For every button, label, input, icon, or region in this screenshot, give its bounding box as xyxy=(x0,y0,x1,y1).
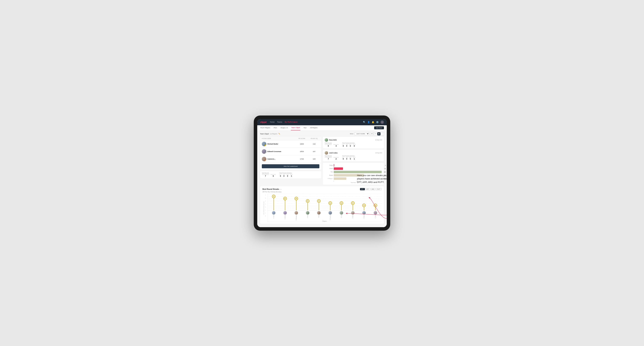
player-name-rotated: J. Coles xyxy=(307,215,308,218)
av-item: D. Billingham xyxy=(291,211,302,220)
subnav-team-clippd[interactable]: Team Clippd xyxy=(291,125,300,130)
subnav-all-players[interactable]: All Players xyxy=(310,125,318,130)
avatar[interactable]: U xyxy=(380,120,384,124)
filter-arg-button[interactable]: ARG xyxy=(370,188,376,190)
bar-track: 96 xyxy=(334,168,382,170)
bar-value: 3 xyxy=(385,165,386,166)
player-name: Richard Butler xyxy=(268,143,278,145)
bar-fill xyxy=(334,177,346,180)
stat-item: Tournament 8 xyxy=(324,144,332,147)
x-tick: 0 xyxy=(334,181,334,182)
player-info: 1 Richard Butler xyxy=(262,142,295,146)
list-view-button[interactable]: ≡ xyxy=(374,132,377,135)
av-item: R. Britt xyxy=(314,211,324,220)
streak-dot: 6x xyxy=(283,197,287,200)
view-leaderboard-button[interactable]: View Full Leaderboard xyxy=(262,164,320,168)
stat-item-arg: ARG 0 xyxy=(286,174,289,177)
stat-date: 02 Sep 2023 xyxy=(375,139,382,141)
subnav-pga[interactable]: PGA xyxy=(273,125,278,130)
streak-dot: 5x xyxy=(306,199,310,203)
search-icon[interactable]: 🔍 xyxy=(363,121,366,123)
y-axis-label: Best Streak, Fairway Accuracy xyxy=(263,201,264,214)
table-row[interactable]: 3 Cameron... 17/20 103 xyxy=(260,155,321,163)
subnav-hcaps[interactable]: Hcaps 1-5 xyxy=(280,125,288,130)
filter-buttons: OTT APP ARG PUTT xyxy=(360,188,382,190)
y-tick: 7 xyxy=(265,195,267,196)
col-pb-avg: PB AVG SQ xyxy=(309,138,320,139)
filter-ott-button[interactable]: OTT xyxy=(360,188,365,190)
bar-value: 96 xyxy=(384,168,386,169)
col-pb-score: PB SCORE xyxy=(295,138,309,139)
tablet-screen: clippd Home Teams My Performance 🔍 👤 🔔 ⚙… xyxy=(257,119,387,227)
bar-label: Bogeys xyxy=(324,174,333,176)
pb-avg: 110 xyxy=(309,143,320,145)
table-row[interactable]: 1 Richard Butler 19/20 110 xyxy=(260,140,321,148)
pb-avg: 103 xyxy=(309,158,320,160)
stat-item: OTT 0 xyxy=(342,157,344,160)
y-ticks: 7 6 5 4 3 2 1 0 xyxy=(265,194,267,222)
player-bar-col: 6x xyxy=(291,195,302,211)
streaks-chart-wrapper: Best Streak, Fairway Accuracy 7 6 5 4 3 … xyxy=(262,194,382,222)
nav-teams[interactable]: Teams xyxy=(277,121,282,123)
pb-score: 17/20 xyxy=(295,158,309,160)
bell-icon[interactable]: 🔔 xyxy=(372,121,374,123)
stat-item: Practice 4 xyxy=(334,144,338,147)
nav-my-performance[interactable]: My Performance xyxy=(285,121,298,123)
av-item: E. Ewert xyxy=(268,211,279,220)
filter-putt-button[interactable]: PUTT xyxy=(376,188,382,190)
stat-item: PUTT 1 xyxy=(353,157,356,160)
streaks-header: Best Round Streaks ← OTT APP ARG PUTT xyxy=(262,188,382,190)
team-title: Team Clippd 14 Players ✏️ xyxy=(260,133,280,135)
streak-dot: 7x xyxy=(272,195,276,198)
bar-track: 3 xyxy=(334,164,382,167)
player-avatar-small xyxy=(328,211,332,215)
av-item: R. Butler xyxy=(358,211,370,220)
player-name-rotated: R. Britt xyxy=(318,215,320,218)
av-item: B. Ford xyxy=(336,211,347,220)
arrow-indicator: ← xyxy=(280,188,282,190)
player-bar-col: 7x xyxy=(268,195,279,211)
edit-icon[interactable]: ✏️ xyxy=(278,133,280,135)
profile-icon[interactable]: 👤 xyxy=(367,121,370,123)
card-view-button[interactable]: ▣ xyxy=(377,132,380,135)
rank-badge: 3 xyxy=(264,160,266,161)
player-avatar-small xyxy=(340,211,343,215)
bar-fill xyxy=(334,168,343,170)
player-bar-col: 4x xyxy=(336,195,347,211)
team-player-count: 14 Players xyxy=(270,133,278,135)
nav-icons: 🔍 👤 🔔 ⚙️ U xyxy=(363,120,384,124)
pb-score: 19/20 xyxy=(295,143,309,145)
bar-fill xyxy=(334,164,334,167)
subnav-tour[interactable]: Tour xyxy=(303,125,307,130)
logo: clippd xyxy=(260,121,266,123)
player-name-rotated: B. Ford xyxy=(341,215,342,218)
player-bar-col: 5x xyxy=(314,195,324,211)
settings-icon[interactable]: ⚙️ xyxy=(376,121,379,123)
stat-item-app: APP 0 xyxy=(283,174,285,177)
streak-dot: 3x xyxy=(374,204,377,207)
players-x-label: Players xyxy=(268,220,382,222)
nav-links: Home Teams My Performance xyxy=(270,121,360,123)
av-item: C. Quick xyxy=(370,211,381,220)
player-bar-col: 4x xyxy=(325,195,336,211)
export-button[interactable]: ↓ xyxy=(381,132,384,135)
bar-label: D. Bogeys + xyxy=(324,178,333,179)
nav-home[interactable]: Home xyxy=(270,121,274,123)
grid-view-button[interactable]: ⊞ xyxy=(370,132,374,135)
streak-dot: 6x xyxy=(294,197,298,200)
player-name-rotated: M. Miller xyxy=(352,215,353,218)
subnav-pgat[interactable]: PGAT Players xyxy=(260,125,270,130)
stat-group-activities: Total Practice Activities OTT 0 APP xyxy=(280,173,293,177)
stat-group: Total Rounds Tournament 7 Practice xyxy=(324,155,339,160)
pb-avg: 107 xyxy=(309,151,320,152)
col-player-name: PLAYER NAME xyxy=(262,138,295,139)
stat-group-title: Total Rounds xyxy=(262,173,276,174)
player-info: 2 Edward Crossman xyxy=(262,149,295,154)
player-name: Cameron... xyxy=(268,158,276,160)
bar-row-birdies: Birdies 96 xyxy=(324,168,382,170)
table-row[interactable]: 2 Edward Crossman 18/20 107 xyxy=(260,148,321,155)
period-dropdown[interactable]: Last 3 months xyxy=(354,132,369,135)
add-team-button[interactable]: Add Team xyxy=(374,126,384,129)
player-name-rotated: B. McHerg xyxy=(284,215,286,219)
filter-app-button[interactable]: APP xyxy=(365,188,370,190)
